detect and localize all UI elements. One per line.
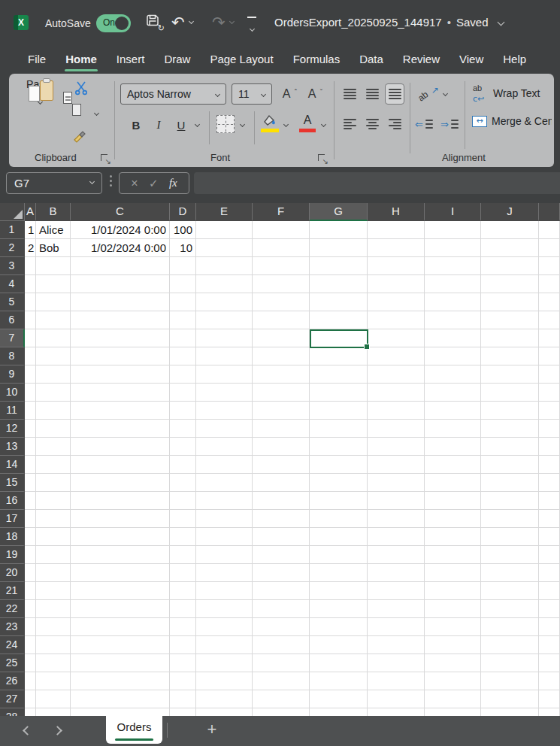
cell-C2[interactable]: 1/02/2024 0:00 bbox=[71, 239, 170, 257]
cell-J3[interactable] bbox=[481, 257, 539, 275]
cell-H11[interactable] bbox=[368, 402, 425, 420]
cell-G18[interactable] bbox=[310, 528, 368, 546]
cell-C25[interactable] bbox=[71, 654, 170, 672]
cell-C28[interactable] bbox=[71, 708, 170, 716]
cell-K11[interactable] bbox=[539, 402, 560, 420]
cell-F16[interactable] bbox=[253, 492, 310, 510]
column-header-J[interactable]: J bbox=[481, 203, 539, 221]
cell-K28[interactable] bbox=[539, 708, 560, 716]
cell-H1[interactable] bbox=[368, 221, 425, 239]
cell-E11[interactable] bbox=[196, 402, 253, 420]
column-header-E[interactable]: E bbox=[196, 203, 253, 221]
cell-C14[interactable] bbox=[71, 456, 170, 474]
cell-F15[interactable] bbox=[253, 474, 310, 492]
merge-center-button[interactable]: ↔ Merge & Cen bbox=[472, 115, 552, 127]
cell-A2[interactable]: 2 bbox=[25, 239, 36, 257]
row-header-17[interactable]: 17 bbox=[0, 510, 25, 528]
cell-B14[interactable] bbox=[36, 456, 71, 474]
cell-B24[interactable] bbox=[36, 636, 71, 654]
cell-A7[interactable] bbox=[25, 329, 36, 347]
cell-J7[interactable] bbox=[481, 329, 539, 347]
font-color-button[interactable] bbox=[298, 113, 317, 134]
cell-J21[interactable] bbox=[481, 582, 539, 600]
cell-H9[interactable] bbox=[368, 365, 425, 384]
cell-H3[interactable] bbox=[368, 257, 425, 275]
row-header-25[interactable]: 25 bbox=[0, 654, 25, 672]
row-header-15[interactable]: 15 bbox=[0, 474, 25, 492]
cell-D8[interactable] bbox=[170, 347, 196, 365]
cell-E3[interactable] bbox=[196, 257, 253, 275]
cell-B4[interactable] bbox=[36, 275, 71, 293]
cell-F8[interactable] bbox=[253, 347, 310, 365]
align-right-button[interactable] bbox=[385, 114, 404, 135]
cell-K18[interactable] bbox=[539, 528, 560, 546]
borders-button[interactable] bbox=[216, 115, 235, 133]
cell-F24[interactable] bbox=[253, 636, 310, 654]
cell-G11[interactable] bbox=[310, 402, 368, 420]
row-header-19[interactable]: 19 bbox=[0, 546, 25, 564]
cell-I6[interactable] bbox=[425, 311, 481, 329]
cell-B18[interactable] bbox=[36, 528, 71, 546]
row-header-18[interactable]: 18 bbox=[0, 528, 25, 546]
cell-J22[interactable] bbox=[481, 600, 539, 618]
cell-C11[interactable] bbox=[71, 402, 170, 420]
cell-D13[interactable] bbox=[170, 438, 196, 456]
column-header-F[interactable]: F bbox=[253, 203, 310, 221]
cell-C7[interactable] bbox=[71, 329, 170, 347]
cell-D10[interactable] bbox=[170, 384, 196, 402]
cell-A1[interactable]: 1 bbox=[25, 221, 36, 239]
cell-C22[interactable] bbox=[71, 600, 170, 618]
cell-I5[interactable] bbox=[425, 293, 481, 311]
cell-J1[interactable] bbox=[481, 221, 539, 239]
fill-color-button[interactable] bbox=[260, 113, 280, 134]
row-header-1[interactable]: 1 bbox=[0, 221, 25, 239]
cell-B21[interactable] bbox=[36, 582, 71, 600]
cell-A17[interactable] bbox=[25, 510, 36, 528]
cell-G26[interactable] bbox=[310, 672, 368, 690]
cell-H24[interactable] bbox=[368, 636, 425, 654]
cell-I18[interactable] bbox=[425, 528, 481, 546]
cell-C15[interactable] bbox=[71, 474, 170, 492]
cell-B10[interactable] bbox=[36, 384, 71, 402]
cell-F28[interactable] bbox=[253, 708, 310, 716]
sheet-tab-orders[interactable]: Orders bbox=[106, 716, 162, 744]
cell-B26[interactable] bbox=[36, 672, 71, 690]
cell-C13[interactable] bbox=[71, 438, 170, 456]
cell-H14[interactable] bbox=[368, 456, 425, 474]
cell-I23[interactable] bbox=[425, 618, 481, 636]
cell-I2[interactable] bbox=[425, 239, 481, 257]
cell-J19[interactable] bbox=[481, 546, 539, 564]
cell-G19[interactable] bbox=[310, 546, 368, 564]
cell-I19[interactable] bbox=[425, 546, 481, 564]
column-header-A[interactable]: A bbox=[25, 203, 36, 221]
cell-C10[interactable] bbox=[71, 384, 170, 402]
cell-G1[interactable] bbox=[310, 221, 368, 239]
cell-C6[interactable] bbox=[71, 311, 170, 329]
cell-K9[interactable] bbox=[539, 365, 560, 384]
cell-J10[interactable] bbox=[481, 384, 539, 402]
cell-G21[interactable] bbox=[310, 582, 368, 600]
decrease-font-size-button[interactable]: ˇ bbox=[301, 83, 323, 105]
cell-E13[interactable] bbox=[196, 438, 253, 456]
cell-C21[interactable] bbox=[71, 582, 170, 600]
cell-D28[interactable] bbox=[170, 708, 196, 716]
formula-bar-grip-icon[interactable] bbox=[110, 175, 112, 186]
cell-F21[interactable] bbox=[253, 582, 310, 600]
cell-C24[interactable] bbox=[71, 636, 170, 654]
cell-B15[interactable] bbox=[36, 474, 71, 492]
cell-D7[interactable] bbox=[170, 329, 196, 347]
row-header-6[interactable]: 6 bbox=[0, 311, 25, 329]
cell-D19[interactable] bbox=[170, 546, 196, 564]
cell-F22[interactable] bbox=[253, 600, 310, 618]
cell-C26[interactable] bbox=[71, 672, 170, 690]
cell-E27[interactable] bbox=[196, 690, 253, 708]
cell-K19[interactable] bbox=[539, 546, 560, 564]
cell-G17[interactable] bbox=[310, 510, 368, 528]
cell-J18[interactable] bbox=[481, 528, 539, 546]
row-header-16[interactable]: 16 bbox=[0, 492, 25, 510]
redo-dropdown-icon[interactable] bbox=[229, 19, 235, 24]
cell-D21[interactable] bbox=[170, 582, 196, 600]
cell-F12[interactable] bbox=[253, 420, 310, 438]
column-header-H[interactable]: H bbox=[368, 203, 425, 221]
cell-B25[interactable] bbox=[36, 654, 71, 672]
